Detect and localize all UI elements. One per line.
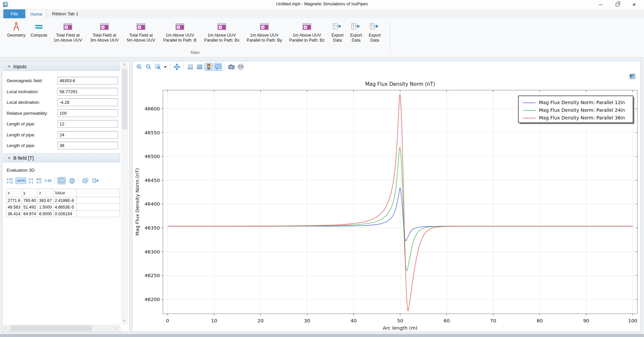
input-field-relative-permeability-3[interactable] [58,109,118,117]
table-cell[interactable]: 4.6653E-5 [53,204,76,211]
ribbon-button-total-field-at-3m-above-uuv[interactable]: Total Field at3m Above UUV [86,19,122,43]
plot-icon [217,20,227,33]
ribbon-button-1m-above-uuv-parallel-to-path-bx[interactable]: 1m Above UUVParallel to Path: Bx [201,19,243,43]
grid-toggle-button[interactable] [195,63,203,71]
precision-auto-button[interactable]: AUTO [15,177,26,184]
plot-icon [136,20,146,33]
table-cell[interactable]: 2771.6 [6,197,22,204]
table-cell[interactable] [76,211,120,217]
image-snapshot-button[interactable] [227,63,235,71]
close-button[interactable]: ✕ [626,0,642,9]
table-export-icon[interactable] [91,177,100,184]
table-row[interactable]: 2771.6765.60383.672.4186E-8 [6,197,120,204]
table-cell[interactable] [76,204,120,211]
y-tick-label: 46350 [145,225,160,231]
minimize-button[interactable] [592,0,609,9]
plot-tooltip-button[interactable] [214,63,222,71]
table-cell[interactable]: 36.414 [6,211,22,217]
horizontal-scroll-thumb[interactable] [10,325,92,331]
tab-ribbon-tab-1[interactable]: Ribbon Tab 1 [47,9,83,18]
precision-8-5e-1-button[interactable]: 8.5e-1 [28,177,34,184]
input-field-length-of-pipe-4[interactable] [58,120,118,128]
x-tick-label: 90 [583,318,589,323]
input-field-local-declination-2[interactable] [58,98,118,106]
vertical-scroll-thumb[interactable] [122,69,127,129]
ribbon-button-export-data-3[interactable]: ExportData [366,19,384,43]
zoom-box-button[interactable] [154,63,162,71]
table-cell[interactable]: 765.60 [22,197,38,204]
ribbon-button-export-data-2[interactable]: ExportData [347,19,365,43]
table-header-cell[interactable]: x [6,189,22,197]
table-cell[interactable]: 48.563 [6,204,22,211]
export-icon [369,20,380,33]
globe-icon[interactable] [67,177,76,184]
tooltip-icon [215,64,221,70]
ribbon-button-1m-above-uuv-parallel-to-path-by[interactable]: 1m Above UUVParallel to Path: By [243,19,285,43]
table-cell[interactable]: 51.492 [22,204,38,211]
input-field-local-inclination-1[interactable] [58,88,118,95]
precision-0-85-button[interactable]: 0.85 [44,178,52,183]
ribbon-button-label: 1m Above UUVParallel to Path: Bx [204,33,239,43]
table-icon[interactable] [57,177,66,184]
table-row[interactable]: 36.41464.9746.50000.026154 [6,211,120,217]
zoom-out-button[interactable] [144,63,153,71]
x-tick-label: 80 [537,318,543,323]
ribbon-button-geometry[interactable]: Geometry [5,19,28,38]
plot-group-icon[interactable] [629,74,636,79]
input-field-geomagnetic-field-0[interactable] [58,77,118,84]
table-header-cell[interactable]: z [38,189,53,197]
camera-icon [228,64,235,70]
zoom-extents-button[interactable] [173,63,181,71]
ribbon-button-total-field-at-5m-above-uuv[interactable]: Total Field at5m Above UUV [123,19,159,43]
axis-settings-button[interactable] [186,63,194,71]
x-tick-label: 70 [490,318,496,323]
table-cell[interactable] [76,197,120,204]
collapse-triangle-icon: ▼ [8,65,11,68]
table-row[interactable]: 48.56351.4921.50004.6653E-5 [6,204,120,211]
copy-table-icon[interactable] [81,177,90,184]
scroll-left-icon[interactable]: ‹ [5,325,6,331]
print-button[interactable] [236,63,245,71]
ribbon-button-label: ExportData [369,33,381,43]
x-tick-label: 50 [397,318,403,323]
ribbon-button-label: Geometry [7,33,26,38]
ribbon-button-1m-above-uuv-parallel-to-path-b[interactable]: 1m Above UUVParallel to Path: B [160,19,200,43]
table-cell[interactable]: 1.5000 [38,204,53,211]
vertical-scrollbar[interactable]: ˄ ˅ [121,62,128,325]
precision-850e-3-button[interactable]: 850e-3 [36,177,42,184]
input-label-geomagnetic-field-0: Geomagnetic field: [7,77,43,84]
ribbon-button-total-field-at-1m-above-uuv[interactable]: Total Field at1m Above UUV [50,19,86,43]
scroll-right-icon[interactable]: › [116,325,117,331]
tab-home[interactable]: Home [26,9,46,18]
ribbon-button-1m-above-uuv-parallel-to-path-bz[interactable]: 1m Above UUVParallel to Path: Bz [286,19,328,43]
table-cell[interactable]: 0.026154 [53,211,76,217]
x-tick-label: 20 [258,318,264,323]
input-field-length-of-pipe-6[interactable] [58,142,118,149]
horizontal-scrollbar[interactable]: ‹ › [3,325,121,332]
table-cell[interactable]: 6.5000 [38,211,53,217]
zoom-box-menu-button[interactable] [163,63,168,71]
scroll-down-icon[interactable]: ˅ [123,318,126,324]
input-field-length-of-pipe-5[interactable] [58,131,118,139]
table-header-cell[interactable]: Value [53,189,76,197]
table-cell[interactable]: 383.67 [38,197,53,204]
ribbon-group-label: Main [179,50,212,55]
tab-file[interactable]: File [3,9,25,18]
table-header-cell[interactable] [76,189,120,197]
scroll-up-icon[interactable]: ˄ [123,62,126,68]
inputs-section-header[interactable]: ▼ Inputs [3,62,120,71]
restore-button[interactable] [609,0,626,9]
table-cell[interactable]: 2.4186E-8 [53,197,76,204]
bfield-section-header[interactable]: ▼ B field [T] [3,153,120,162]
table-header-row: xyzValue [6,189,120,197]
app-window: Untitled.mph - Magnetic Simulations of I… [0,0,644,337]
table-header-cell[interactable]: y [22,189,38,197]
show-legends-button[interactable] [204,63,213,71]
ribbon-button-export-data-1[interactable]: ExportData [328,19,346,43]
input-label-local-inclination-1: Local inclination: [7,88,39,95]
zoom-in-button[interactable] [135,63,143,71]
ribbon-button-compute[interactable]: Compute [29,19,49,38]
line-chart[interactable]: 0102030405060708090100462004625046300463… [132,72,641,332]
table-cell[interactable]: 64.974 [22,211,38,217]
precision-8-85e-12-button[interactable]: 8.85e-12 [6,177,14,184]
